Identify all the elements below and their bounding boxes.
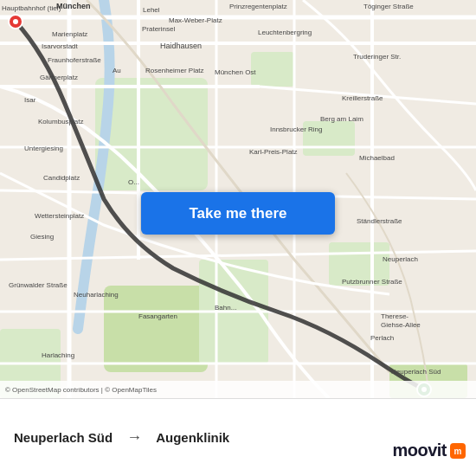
svg-text:Bahn...: Bahn... [215, 304, 236, 312]
take-me-there-button[interactable]: Take me there [141, 192, 335, 235]
moovit-logo-icon: m [450, 443, 466, 459]
svg-text:Michaelbad: Michaelbad [359, 154, 395, 162]
svg-text:Isar: Isar [24, 96, 36, 104]
svg-rect-2 [104, 286, 208, 372]
route-destination: Augenklinik [156, 430, 229, 445]
svg-text:© OpenStreetMap contributors |: © OpenStreetMap contributors | © OpenMap… [5, 386, 157, 394]
svg-text:Gärtnerplatz: Gärtnerplatz [40, 74, 78, 81]
svg-text:Therese-: Therese- [381, 312, 408, 320]
svg-text:München: München [56, 2, 91, 10]
svg-text:Max-Weber-Platz: Max-Weber-Platz [169, 16, 222, 24]
svg-text:Prinzregentenplatz: Prinzregentenplatz [229, 3, 287, 10]
origin-name: Neuperlach Süd [14, 430, 113, 445]
svg-text:Kreillerstraße: Kreillerstraße [342, 94, 383, 102]
svg-text:Candidplatz: Candidplatz [43, 174, 80, 182]
svg-text:München Ost: München Ost [215, 68, 256, 76]
svg-text:Kolumbusplatz: Kolumbusplatz [38, 118, 83, 125]
svg-text:Giesing: Giesing [30, 233, 54, 241]
svg-text:Marienplatz: Marienplatz [52, 30, 87, 38]
svg-text:Hauptbahnhof (tief): Hauptbahnhof (tief) [2, 4, 61, 12]
svg-text:Neuperlach Süd: Neuperlach Süd [391, 368, 441, 376]
svg-text:Au: Au [113, 67, 121, 74]
svg-text:Wettersteinplatz: Wettersteinplatz [35, 212, 84, 220]
svg-rect-8 [251, 52, 294, 87]
svg-text:Giehse-Allee: Giehse-Allee [381, 321, 421, 329]
svg-text:Leuchtenbergring: Leuchtenbergring [258, 29, 312, 36]
svg-text:Rosenheimer Platz: Rosenheimer Platz [145, 67, 204, 74]
svg-point-66 [13, 19, 18, 24]
bottom-bar: Neuperlach Süd → Augenklinik moovit m [0, 398, 476, 476]
destination-name: Augenklinik [156, 430, 229, 445]
svg-text:Innsbrucker Ring: Innsbrucker Ring [270, 125, 322, 133]
svg-text:Grünwalder Straße: Grünwalder Straße [9, 281, 68, 289]
svg-text:Neuperlach: Neuperlach [383, 255, 418, 263]
route-origin: Neuperlach Süd [14, 430, 113, 445]
svg-text:Perlach: Perlach [370, 334, 394, 342]
svg-text:Berg am Laim: Berg am Laim [320, 115, 363, 123]
svg-text:Fasangarten: Fasangarten [138, 312, 177, 320]
svg-text:Ständlerstraße: Ständlerstraße [357, 217, 402, 225]
svg-text:Untergiesing: Untergiesing [24, 145, 63, 152]
svg-text:Fraunhoferstraße: Fraunhoferstraße [48, 56, 101, 64]
svg-text:Isarvorstadt: Isarvorstadt [42, 42, 79, 50]
svg-text:m: m [454, 447, 462, 456]
moovit-logo: moovit m [392, 441, 466, 460]
svg-text:Lehel: Lehel [143, 6, 160, 14]
map-container: Hauptbahnhof (tief) München Marienplatz … [0, 0, 476, 398]
svg-text:Töginger Straße: Töginger Straße [363, 3, 414, 10]
svg-text:Harlaching: Harlaching [42, 351, 74, 359]
svg-text:Putzbrunner Straße: Putzbrunner Straße [342, 278, 402, 286]
button-label: Take me there [189, 205, 286, 222]
svg-text:Truderinger Str.: Truderinger Str. [353, 53, 401, 61]
svg-text:Haidhausen: Haidhausen [160, 42, 202, 50]
svg-text:O...: O... [128, 178, 139, 186]
svg-text:Praterinsel: Praterinsel [142, 25, 175, 33]
moovit-logo-text: moovit [392, 441, 447, 460]
svg-text:Karl-Preis-Platz: Karl-Preis-Platz [249, 148, 298, 156]
route-arrow-icon: → [126, 428, 142, 447]
svg-text:Neuharlaching: Neuharlaching [74, 291, 119, 299]
